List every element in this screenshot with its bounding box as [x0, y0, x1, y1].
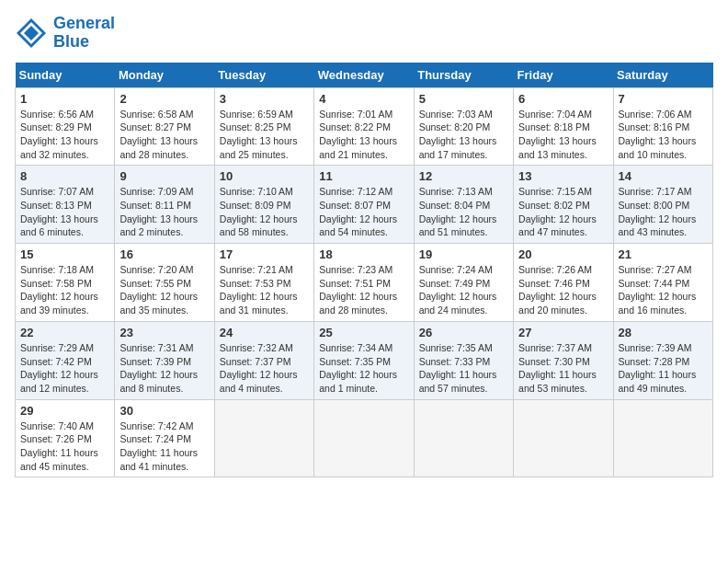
sunset-label: Sunset: 7:30 PM [518, 356, 590, 367]
sunrise-label: Sunrise: 7:34 AM [319, 342, 392, 353]
daylight-label: Daylight: 12 hours and 8 minutes. [119, 369, 198, 394]
calendar-cell [414, 399, 513, 477]
calendar-cell: 17 Sunrise: 7:21 AM Sunset: 7:53 PM Dayl… [214, 244, 313, 322]
logo: General Blue [15, 15, 115, 52]
sunrise-label: Sunrise: 7:26 AM [518, 264, 592, 275]
daylight-label: Daylight: 11 hours and 45 minutes. [20, 447, 98, 472]
calendar-cell: 1 Sunrise: 6:56 AM Sunset: 8:29 PM Dayli… [16, 87, 115, 166]
sunset-label: Sunset: 8:22 PM [319, 121, 391, 132]
daylight-label: Daylight: 13 hours and 6 minutes. [20, 213, 98, 238]
day-info: Sunrise: 7:18 AM Sunset: 7:58 PM Dayligh… [20, 263, 109, 317]
day-info: Sunrise: 7:42 AM Sunset: 7:24 PM Dayligh… [119, 419, 209, 474]
sunrise-label: Sunrise: 7:24 AM [419, 264, 493, 275]
sunrise-label: Sunrise: 6:59 AM [220, 109, 293, 120]
day-number: 30 [119, 404, 209, 418]
calendar-cell: 22 Sunrise: 7:29 AM Sunset: 7:42 PM Dayl… [16, 321, 115, 399]
day-info: Sunrise: 7:06 AM Sunset: 8:16 PM Dayligh… [619, 108, 708, 162]
day-info: Sunrise: 7:13 AM Sunset: 8:04 PM Dayligh… [419, 185, 508, 239]
day-number: 11 [319, 169, 408, 183]
day-number: 14 [619, 169, 708, 183]
day-number: 12 [419, 169, 508, 183]
calendar-cell: 16 Sunrise: 7:20 AM Sunset: 7:55 PM Dayl… [115, 244, 214, 322]
day-info: Sunrise: 7:34 AM Sunset: 7:35 PM Dayligh… [319, 341, 408, 396]
sunrise-label: Sunrise: 7:21 AM [220, 264, 293, 275]
calendar-week-row: 8 Sunrise: 7:07 AM Sunset: 8:13 PM Dayli… [16, 166, 713, 244]
day-number: 3 [220, 92, 309, 106]
calendar-cell: 27 Sunrise: 7:37 AM Sunset: 7:30 PM Dayl… [514, 321, 613, 399]
day-info: Sunrise: 7:35 AM Sunset: 7:33 PM Dayligh… [419, 341, 508, 396]
daylight-label: Daylight: 13 hours and 28 minutes. [119, 135, 198, 160]
daylight-label: Daylight: 13 hours and 13 minutes. [518, 135, 597, 160]
sunset-label: Sunset: 8:13 PM [20, 200, 92, 211]
calendar-table: SundayMondayTuesdayWednesdayThursdayFrid… [15, 63, 713, 478]
day-info: Sunrise: 7:24 AM Sunset: 7:49 PM Dayligh… [419, 263, 508, 317]
day-number: 1 [20, 92, 109, 106]
calendar-cell: 14 Sunrise: 7:17 AM Sunset: 8:00 PM Dayl… [613, 166, 712, 244]
daylight-label: Daylight: 11 hours and 53 minutes. [518, 369, 597, 394]
calendar-cell [613, 399, 712, 477]
daylight-label: Daylight: 11 hours and 57 minutes. [419, 369, 497, 394]
daylight-label: Daylight: 13 hours and 2 minutes. [119, 213, 198, 238]
calendar-cell: 8 Sunrise: 7:07 AM Sunset: 8:13 PM Dayli… [16, 166, 115, 244]
day-info: Sunrise: 6:56 AM Sunset: 8:29 PM Dayligh… [20, 108, 109, 162]
day-info: Sunrise: 7:23 AM Sunset: 7:51 PM Dayligh… [319, 263, 408, 317]
daylight-label: Daylight: 12 hours and 35 minutes. [119, 291, 198, 316]
sunrise-label: Sunrise: 7:12 AM [319, 186, 392, 197]
day-number: 10 [220, 169, 309, 183]
day-info: Sunrise: 7:12 AM Sunset: 8:07 PM Dayligh… [319, 185, 408, 239]
sunrise-label: Sunrise: 7:13 AM [419, 186, 493, 197]
sunrise-label: Sunrise: 6:56 AM [20, 109, 94, 120]
calendar-cell: 18 Sunrise: 7:23 AM Sunset: 7:51 PM Dayl… [314, 244, 414, 322]
sunrise-label: Sunrise: 7:04 AM [518, 109, 592, 120]
sunset-label: Sunset: 7:26 PM [20, 433, 92, 444]
day-info: Sunrise: 7:31 AM Sunset: 7:39 PM Dayligh… [119, 341, 209, 396]
page-header: General Blue [15, 15, 713, 52]
daylight-label: Daylight: 12 hours and 20 minutes. [518, 291, 597, 316]
sunset-label: Sunset: 8:02 PM [518, 200, 590, 211]
sunrise-label: Sunrise: 7:37 AM [518, 342, 592, 353]
day-info: Sunrise: 7:07 AM Sunset: 8:13 PM Dayligh… [20, 185, 109, 239]
daylight-label: Daylight: 13 hours and 25 minutes. [220, 135, 298, 160]
calendar-cell: 30 Sunrise: 7:42 AM Sunset: 7:24 PM Dayl… [115, 399, 214, 477]
logo-icon [15, 17, 48, 50]
sunrise-label: Sunrise: 7:40 AM [20, 420, 94, 431]
day-number: 19 [419, 247, 508, 261]
sunrise-label: Sunrise: 7:17 AM [619, 186, 692, 197]
day-number: 28 [619, 326, 708, 339]
day-number: 5 [419, 92, 508, 106]
day-info: Sunrise: 7:40 AM Sunset: 7:26 PM Dayligh… [20, 419, 109, 474]
day-number: 7 [619, 92, 708, 106]
day-info: Sunrise: 7:37 AM Sunset: 7:30 PM Dayligh… [518, 341, 608, 396]
daylight-label: Daylight: 12 hours and 24 minutes. [419, 291, 497, 316]
calendar-cell: 2 Sunrise: 6:58 AM Sunset: 8:27 PM Dayli… [115, 87, 214, 166]
day-number: 2 [119, 92, 209, 106]
day-info: Sunrise: 7:27 AM Sunset: 7:44 PM Dayligh… [619, 263, 708, 317]
sunrise-label: Sunrise: 7:42 AM [119, 420, 193, 431]
sunset-label: Sunset: 7:49 PM [419, 278, 491, 289]
day-info: Sunrise: 7:15 AM Sunset: 8:02 PM Dayligh… [518, 185, 608, 239]
sunset-label: Sunset: 7:44 PM [619, 278, 690, 289]
sunrise-label: Sunrise: 7:09 AM [119, 186, 193, 197]
col-header-sunday: Sunday [16, 63, 115, 88]
day-info: Sunrise: 6:59 AM Sunset: 8:25 PM Dayligh… [220, 108, 309, 162]
calendar-cell: 4 Sunrise: 7:01 AM Sunset: 8:22 PM Dayli… [314, 87, 414, 166]
calendar-cell: 6 Sunrise: 7:04 AM Sunset: 8:18 PM Dayli… [514, 87, 613, 166]
calendar-cell: 13 Sunrise: 7:15 AM Sunset: 8:02 PM Dayl… [514, 166, 613, 244]
sunrise-label: Sunrise: 7:29 AM [20, 342, 94, 353]
day-number: 20 [518, 247, 608, 261]
daylight-label: Daylight: 13 hours and 17 minutes. [419, 135, 497, 160]
col-header-friday: Friday [514, 63, 613, 88]
day-number: 21 [619, 247, 708, 261]
day-info: Sunrise: 7:09 AM Sunset: 8:11 PM Dayligh… [119, 185, 209, 239]
daylight-label: Daylight: 12 hours and 12 minutes. [20, 369, 98, 394]
calendar-cell: 3 Sunrise: 6:59 AM Sunset: 8:25 PM Dayli… [214, 87, 313, 166]
day-number: 17 [220, 247, 309, 261]
day-info: Sunrise: 7:10 AM Sunset: 8:09 PM Dayligh… [220, 185, 309, 239]
daylight-label: Daylight: 12 hours and 43 minutes. [619, 213, 697, 238]
day-number: 6 [518, 92, 608, 106]
daylight-label: Daylight: 13 hours and 21 minutes. [319, 135, 397, 160]
calendar-cell: 11 Sunrise: 7:12 AM Sunset: 8:07 PM Dayl… [314, 166, 414, 244]
calendar-cell: 21 Sunrise: 7:27 AM Sunset: 7:44 PM Dayl… [613, 244, 712, 322]
day-number: 16 [119, 247, 209, 261]
calendar-cell: 23 Sunrise: 7:31 AM Sunset: 7:39 PM Dayl… [115, 321, 214, 399]
